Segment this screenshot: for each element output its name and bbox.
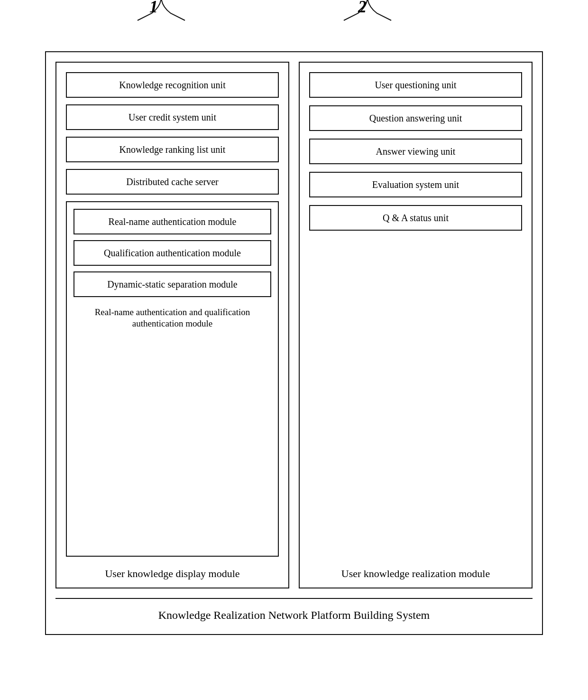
answer-viewing-unit: Answer viewing unit <box>309 139 522 164</box>
auth-group-label: Real-name authentication and qualificati… <box>74 303 271 332</box>
auth-group-box: Real-name authentication module Qualific… <box>66 201 279 557</box>
knowledge-ranking-unit: Knowledge ranking list unit <box>66 137 279 162</box>
page-wrapper: 1 2 Knowledge recognition unit User cred… <box>33 23 555 678</box>
system-title-label: Knowledge Realization Network Platform B… <box>55 598 533 629</box>
inner-content: Knowledge recognition unit User credit s… <box>46 52 542 598</box>
evaluation-system-unit: Evaluation system unit <box>309 172 522 197</box>
qa-status-unit: Q & A status unit <box>309 205 522 231</box>
outer-system-box: Knowledge recognition unit User credit s… <box>45 51 543 635</box>
dynamic-static-module: Dynamic-static separation module <box>74 271 271 297</box>
user-credit-unit: User credit system unit <box>66 104 279 130</box>
user-questioning-unit: User questioning unit <box>309 72 522 98</box>
real-name-auth-module: Real-name authentication module <box>74 209 271 234</box>
question-answering-unit: Question answering unit <box>309 105 522 131</box>
right-column-label: User knowledge realization module <box>309 563 522 583</box>
distributed-cache-unit: Distributed cache server <box>66 169 279 195</box>
qualification-auth-module: Qualification authentication module <box>74 240 271 266</box>
label-number-2: 2 <box>358 0 367 17</box>
label-number-1: 1 <box>149 0 158 17</box>
knowledge-recognition-unit: Knowledge recognition unit <box>66 72 279 98</box>
left-column-label: User knowledge display module <box>66 563 279 583</box>
left-column: Knowledge recognition unit User credit s… <box>55 62 289 588</box>
right-column: User questioning unit Question answering… <box>299 62 533 588</box>
